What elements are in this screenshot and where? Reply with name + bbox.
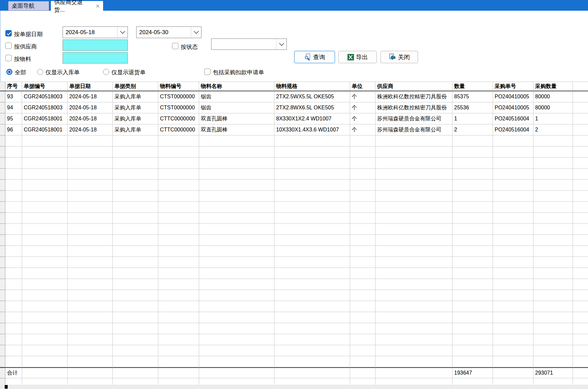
row-selector-cell[interactable] — [0, 135, 5, 147]
radio-returns-only[interactable] — [103, 69, 109, 75]
table-cell: 采购入库单 — [113, 91, 158, 102]
column-header[interactable]: 物料规格 — [274, 82, 350, 91]
table-cell — [452, 378, 493, 385]
column-header[interactable]: 物料编号 — [158, 82, 199, 91]
row-selector-cell[interactable] — [0, 202, 5, 213]
supplier-input[interactable] — [63, 39, 128, 51]
export-button[interactable]: 导出 — [338, 51, 377, 63]
table-empty-row[interactable] — [0, 246, 588, 257]
table-cell — [452, 356, 493, 367]
row-selector-cell[interactable] — [0, 268, 5, 279]
chevron-down-icon[interactable] — [191, 27, 201, 38]
by-status-checkbox[interactable] — [172, 43, 178, 49]
column-header[interactable]: 单据日期 — [68, 82, 113, 91]
table-cell — [350, 224, 375, 235]
column-header[interactable]: 单据类别 — [113, 82, 158, 91]
radio-inbound-only[interactable] — [37, 69, 43, 75]
table-cell — [68, 279, 113, 290]
table-empty-row[interactable] — [0, 213, 588, 224]
date-to-combo[interactable]: 2024-05-30 — [136, 26, 201, 38]
table-empty-row[interactable] — [0, 334, 588, 345]
include-deduction-checkbox[interactable] — [204, 69, 211, 75]
table-row[interactable]: 95CGR2405180012024-05-18采购入库单CTTC0000000… — [0, 113, 588, 124]
row-selector-cell[interactable] — [0, 279, 5, 290]
material-input[interactable] — [63, 52, 128, 64]
row-selector-cell[interactable] — [0, 169, 5, 180]
row-selector-cell[interactable] — [0, 147, 5, 158]
table-empty-row[interactable] — [0, 169, 588, 180]
status-combo[interactable] — [211, 38, 287, 50]
scrollbar-thumb[interactable] — [5, 385, 8, 389]
row-selector-cell[interactable] — [0, 378, 5, 385]
row-selector-cell[interactable] — [0, 180, 5, 191]
table-empty-row[interactable] — [0, 135, 588, 147]
column-header[interactable]: 物料名称 — [199, 82, 274, 91]
column-header[interactable]: 数量 — [452, 82, 493, 91]
table-empty-row[interactable] — [0, 224, 588, 235]
table-empty-row[interactable] — [0, 235, 588, 246]
row-selector-cell[interactable] — [0, 312, 5, 323]
column-header[interactable]: 采购数量 — [533, 82, 573, 91]
by-date-checkbox[interactable] — [5, 30, 12, 36]
column-header[interactable]: 供应商 — [375, 82, 452, 91]
table-empty-row[interactable] — [0, 378, 588, 385]
row-selector-cell[interactable] — [0, 290, 5, 301]
row-selector-cell[interactable] — [0, 323, 5, 334]
row-selector-cell[interactable] — [0, 124, 5, 135]
table-empty-row[interactable] — [0, 147, 588, 158]
column-header[interactable]: 序号 — [5, 82, 22, 91]
radio-all[interactable] — [6, 69, 12, 75]
chevron-down-icon[interactable] — [276, 39, 286, 50]
by-material-checkbox[interactable] — [5, 55, 12, 61]
row-selector-cell[interactable] — [0, 301, 5, 312]
table-empty-row[interactable] — [0, 301, 588, 312]
table-row[interactable]: 96CGR2405180012024-05-18采购入库单CTTC0000000… — [0, 124, 588, 135]
table-empty-row[interactable] — [0, 158, 588, 169]
table-empty-row[interactable] — [0, 356, 588, 367]
table-cell — [68, 323, 113, 334]
horizontal-scrollbar[interactable] — [0, 385, 588, 389]
table-empty-row[interactable] — [0, 323, 588, 334]
date-from-combo[interactable]: 2024-05-18 — [63, 26, 128, 38]
row-selector-cell[interactable] — [0, 246, 5, 257]
row-selector-cell[interactable] — [0, 257, 5, 268]
tab-supplier-returns[interactable]: 供应商交退货... × — [51, 1, 103, 11]
table-empty-row[interactable] — [0, 268, 588, 279]
row-selector-cell[interactable] — [0, 102, 5, 113]
tab-close-icon[interactable]: × — [96, 3, 100, 9]
row-selector-cell[interactable] — [0, 91, 5, 102]
table-empty-row[interactable] — [0, 290, 588, 301]
tab-desktop-navigation[interactable]: 桌面导航 — [8, 1, 49, 11]
table-empty-row[interactable] — [0, 191, 588, 202]
table-empty-row[interactable] — [0, 202, 588, 213]
column-header[interactable]: 采购单号 — [493, 82, 533, 91]
row-selector-cell[interactable] — [0, 235, 5, 246]
query-button[interactable]: 查询 — [294, 51, 335, 63]
table-row[interactable]: 93CGR2405180032024-05-18采购入库单CTST0000000… — [0, 91, 588, 102]
column-header[interactable]: 单位 — [350, 82, 375, 91]
column-header[interactable]: 单据编号 — [22, 82, 68, 91]
table-cell: 8X330X1X2.4 WD1007 — [274, 113, 350, 124]
table-cell — [22, 268, 68, 279]
by-supplier-checkbox[interactable] — [5, 42, 12, 49]
table-empty-row[interactable] — [0, 180, 588, 191]
table-row[interactable]: 94CGR2405180032024-05-18采购入库单CTST0000000… — [0, 102, 588, 113]
row-selector-cell[interactable] — [0, 191, 5, 202]
row-selector-cell[interactable] — [0, 158, 5, 169]
chevron-down-icon[interactable] — [117, 27, 128, 38]
table-cell — [533, 268, 573, 279]
row-selector-cell[interactable] — [0, 113, 5, 124]
row-selector-cell[interactable] — [0, 356, 5, 367]
table-empty-row[interactable] — [0, 279, 588, 290]
table-empty-row[interactable] — [0, 345, 588, 356]
row-selector-cell[interactable] — [0, 213, 5, 224]
row-selector-header[interactable] — [0, 82, 5, 91]
table-cell — [22, 180, 68, 191]
close-button[interactable]: 关闭 — [381, 51, 418, 63]
row-selector-cell[interactable] — [0, 345, 5, 356]
table-cell — [22, 235, 68, 246]
table-empty-row[interactable] — [0, 257, 588, 268]
table-empty-row[interactable] — [0, 312, 588, 323]
row-selector-cell[interactable] — [0, 224, 5, 235]
row-selector-cell[interactable] — [0, 334, 5, 345]
